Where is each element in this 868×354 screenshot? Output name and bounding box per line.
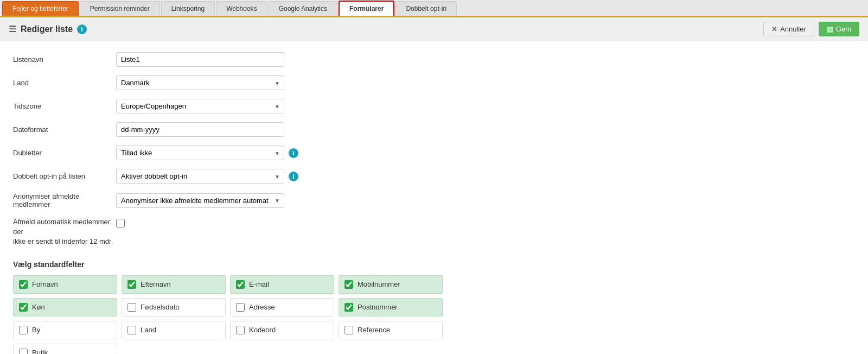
field-label-efternavn: Efternavn [141,280,171,288]
cancel-x-icon: ✕ [771,25,777,33]
anonymiser-select-wrapper: Anonymiser ikke afmeldte medlemmer autom… [116,193,284,208]
land-row: Land Danmark ▼ [13,75,855,90]
tab-bar: Fejler og flettefelter Permission remind… [0,0,868,17]
field-item-reference[interactable]: Reference [339,321,443,339]
field-checkbox-email[interactable] [236,280,245,289]
dobbelt-select-wrapper: Aktiver dobbelt opt-in ▼ [116,169,284,184]
field-checkbox-kon[interactable] [19,303,28,312]
tab-fejl[interactable]: Fejler og flettefelter [2,1,79,16]
field-item-land2[interactable]: Land [122,321,226,339]
field-label-kodeord: Kodeord [249,326,276,334]
dobbelt-row: Dobbelt opt-in på listen Aktiver dobbelt… [13,169,855,184]
field-item-by[interactable]: By [13,321,117,339]
section-title: Vælg standardfelter [13,260,855,269]
tidszone-row: Tidszone Europe/Copenhagen ▼ [13,99,855,113]
tab-formularer[interactable]: Formularer [339,1,394,16]
field-checkbox-kodeord[interactable] [236,326,245,334]
field-item-email[interactable]: E-mail [230,275,334,294]
land-select-wrapper: Danmark ▼ [116,75,284,90]
field-label-adresse: Adresse [249,303,275,311]
list-icon: ☰ [9,24,16,34]
field-label-kon: Køn [32,303,45,311]
dobbelt-label: Dobbelt opt-in på listen [13,172,116,180]
listenavn-input[interactable] [116,52,284,67]
field-label-fodselsdato: Fødselsdato [141,303,180,311]
field-item-postnummer[interactable]: Postnummer [339,298,443,317]
main-content: Listenavn Land Danmark ▼ Tidszone Europe… [0,41,868,354]
header-buttons: ✕ Annuller ▦ Gem [763,22,859,36]
tab-analytics[interactable]: Google Analytics [269,1,337,16]
field-checkbox-adresse[interactable] [236,303,245,312]
field-item-mobilnummer[interactable]: Mobilnummer [339,275,443,294]
field-checkbox-fornavn[interactable] [19,280,28,289]
field-checkbox-fodselsdato[interactable] [127,303,136,312]
field-item-kon[interactable]: Køn [13,298,117,317]
page-title-info-icon[interactable]: i [77,24,87,34]
land-select[interactable]: Danmark [116,75,284,90]
field-label-butik: Butik [32,349,48,354]
page-title: Rediger liste [21,24,73,34]
dubletter-info-icon[interactable]: i [289,148,298,158]
listenavn-label: Listenavn [13,55,116,64]
field-label-by: By [32,326,40,334]
save-grid-icon: ▦ [827,25,833,33]
dubletter-select-wrapper: Tillad ikke ▼ [116,146,284,160]
tab-webhooks[interactable]: Webhooks [216,1,267,16]
field-label-postnummer: Postnummer [358,303,398,311]
field-checkbox-mobilnummer[interactable] [344,280,353,289]
field-label-land2: Land [141,326,156,334]
field-label-fornavn: Fornavn [32,280,58,288]
save-button[interactable]: ▦ Gem [819,22,859,36]
datoformat-row: Datoformat [13,122,855,137]
field-checkbox-efternavn[interactable] [127,280,136,289]
field-item-butik[interactable]: Butik [13,344,117,354]
fields-grid: FornavnEfternavnE-mailMobilnummerKønFøds… [13,275,855,354]
field-label-email: E-mail [249,280,269,288]
dobbelt-info-icon[interactable]: i [289,172,298,181]
field-checkbox-butik[interactable] [19,349,28,354]
land-label: Land [13,79,116,87]
datoformat-input[interactable] [116,122,284,137]
tidszone-select[interactable]: Europe/Copenhagen [116,99,284,113]
field-item-fornavn[interactable]: Fornavn [13,275,117,294]
dubletter-row: Dubletter Tillad ikke ▼ i [13,146,855,160]
afmeld-label: Afmeld automatisk medlemmer, der ikke er… [13,217,116,247]
field-item-adresse[interactable]: Adresse [230,298,334,317]
field-checkbox-land2[interactable] [127,326,136,334]
tidszone-select-wrapper: Europe/Copenhagen ▼ [116,99,284,113]
field-label-mobilnummer: Mobilnummer [358,280,400,288]
tidszone-label: Tidszone [13,102,116,110]
field-label-reference: Reference [358,326,390,334]
field-checkbox-reference[interactable] [344,326,353,334]
dubletter-label: Dubletter [13,149,116,157]
anonymiser-row: Anonymiser afmeldte medlemmer Anonymiser… [13,192,855,208]
field-item-fodselsdato[interactable]: Fødselsdato [122,298,226,317]
page-header: ☰ Rediger liste i ✕ Annuller ▦ Gem [0,17,868,41]
anonymiser-select[interactable]: Anonymiser ikke afmeldte medlemmer autom… [116,193,284,208]
field-checkbox-by[interactable] [19,326,28,334]
tab-dobbelt[interactable]: Dobbelt opt-in [395,1,457,16]
field-item-efternavn[interactable]: Efternavn [122,275,226,294]
afmeld-checkbox[interactable] [116,219,125,227]
dobbelt-select[interactable]: Aktiver dobbelt opt-in [116,169,284,184]
tab-linksporing[interactable]: Linksporing [161,1,215,16]
tab-permission[interactable]: Permission reminder [80,1,160,16]
field-item-kodeord[interactable]: Kodeord [230,321,334,339]
datoformat-label: Datoformat [13,125,116,134]
dubletter-select[interactable]: Tillad ikke [116,146,284,160]
listenavn-row: Listenavn [13,52,855,67]
field-checkbox-postnummer[interactable] [344,303,353,312]
anonymiser-label: Anonymiser afmeldte medlemmer [13,192,116,208]
page-title-area: ☰ Rediger liste i [9,24,87,34]
cancel-button[interactable]: ✕ Annuller [763,22,814,36]
afmeld-row: Afmeld automatisk medlemmer, der ikke er… [13,217,855,247]
